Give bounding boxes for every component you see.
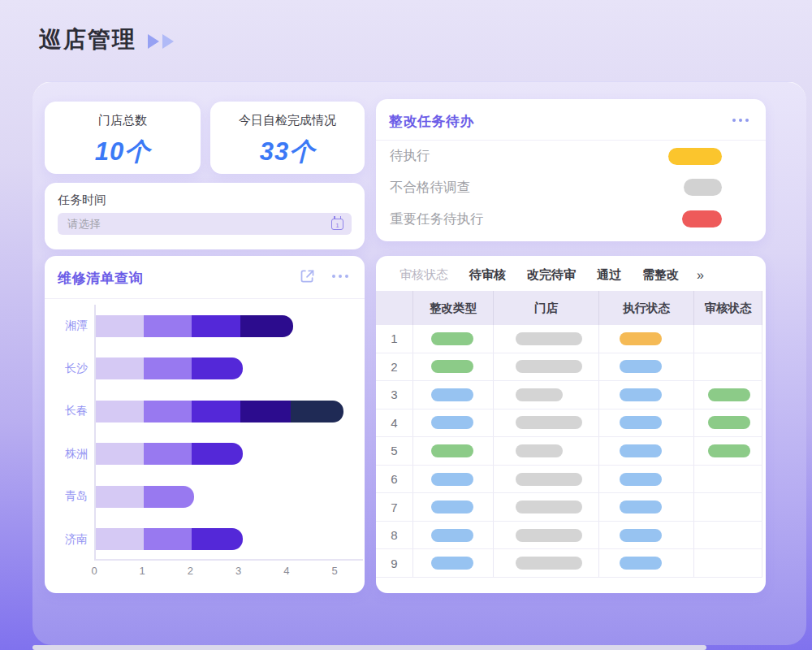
table-cell xyxy=(494,410,599,437)
todo-panel: 整改任务待办 待执行不合格待调查重要任务待执行 xyxy=(376,99,766,241)
todo-item-label: 重要任务待执行 xyxy=(390,210,484,228)
status-pill xyxy=(684,179,722,196)
table-row[interactable]: 7 xyxy=(376,493,762,522)
status-pill-green xyxy=(431,444,473,457)
status-pill-blue xyxy=(431,500,473,514)
bar-segment xyxy=(240,315,293,337)
more-options-icon[interactable] xyxy=(332,275,348,278)
chart-bar-row[interactable] xyxy=(96,475,363,518)
status-pill-gray xyxy=(516,332,582,345)
status-pill-gray xyxy=(516,529,582,542)
task-time-input[interactable] xyxy=(58,213,352,235)
chart-bar-row[interactable] xyxy=(96,348,363,391)
table-row[interactable]: 8 xyxy=(376,522,762,550)
table-cell xyxy=(494,353,599,381)
table-cell xyxy=(599,353,694,381)
table-header-row: 整改类型门店执行状态审核状态 xyxy=(376,291,762,325)
review-table: 整改类型门店执行状态审核状态 123456789 xyxy=(376,291,762,578)
table-cell xyxy=(494,437,599,465)
todo-item[interactable]: 重要任务待执行 xyxy=(376,210,766,228)
table-header-cell xyxy=(376,291,413,325)
bar-segment xyxy=(291,401,343,422)
table-row[interactable]: 1 xyxy=(376,325,762,353)
axis-tick-label: 2 xyxy=(188,565,193,577)
filter-tab[interactable]: 待审核 xyxy=(469,267,506,283)
filter-label: 审核状态 xyxy=(400,267,448,283)
table-header-cell: 整改类型 xyxy=(413,291,494,325)
filter-tab[interactable]: 通过 xyxy=(597,267,621,283)
status-pill-blue xyxy=(431,416,473,429)
chart-category-label: 青岛 xyxy=(58,475,88,518)
calendar-icon[interactable]: 1 xyxy=(331,219,343,230)
status-pill-blue xyxy=(431,529,473,542)
row-index: 2 xyxy=(376,353,413,381)
row-index: 4 xyxy=(376,410,413,437)
filter-tab[interactable]: 改完待审 xyxy=(527,267,576,283)
horizontal-scrollbar[interactable] xyxy=(32,645,706,650)
stacked-bar-chart xyxy=(94,305,363,561)
table-cell xyxy=(694,466,762,493)
row-index: 6 xyxy=(376,466,413,493)
bar-segment xyxy=(96,358,144,379)
table-cell xyxy=(413,381,494,409)
table-row[interactable]: 4 xyxy=(376,410,762,438)
status-pill-gray xyxy=(516,473,582,486)
table-row[interactable]: 2 xyxy=(376,353,762,382)
axis-tick-label: 1 xyxy=(140,565,145,577)
todo-item[interactable]: 待执行 xyxy=(376,147,766,165)
status-pill-green xyxy=(708,444,750,457)
task-time-card: 任务时间 1 xyxy=(45,183,365,249)
table-cell xyxy=(413,466,494,493)
bar-segment xyxy=(96,486,144,508)
table-row[interactable]: 6 xyxy=(376,466,762,494)
status-pill-green xyxy=(431,332,473,345)
chart-bar-row[interactable] xyxy=(96,518,363,561)
repair-panel-title: 维修清单查询 xyxy=(58,269,143,288)
bar-segment xyxy=(144,358,192,379)
row-index: 7 xyxy=(376,493,413,521)
table-cell xyxy=(694,381,762,409)
stat-value: 33个 xyxy=(210,135,365,169)
chart-category-label: 济南 xyxy=(58,518,88,561)
bar-segment xyxy=(144,401,192,422)
table-cell xyxy=(494,522,599,549)
stacked-bar xyxy=(96,486,194,508)
row-index: 5 xyxy=(376,437,413,465)
todo-list: 待执行不合格待调查重要任务待执行 xyxy=(376,141,766,235)
stat-value: 10个 xyxy=(45,135,201,169)
todo-item[interactable]: 不合格待调查 xyxy=(376,179,766,197)
status-pill-gray xyxy=(516,557,582,570)
bar-segment xyxy=(96,443,144,465)
table-row[interactable]: 9 xyxy=(376,549,762,578)
filter-items: 待审核改完待审通过需整改 xyxy=(469,267,679,283)
table-row[interactable]: 3 xyxy=(376,381,762,410)
table-cell xyxy=(413,522,494,549)
table-cell xyxy=(694,549,762,577)
more-options-icon[interactable] xyxy=(732,119,749,122)
chevron-more-icon[interactable]: » xyxy=(697,268,704,283)
chart-category-label: 株洲 xyxy=(58,433,88,476)
axis-tick-label: 3 xyxy=(235,565,241,577)
table-header-cell: 执行状态 xyxy=(599,291,694,325)
status-pill-blue xyxy=(620,557,662,570)
table-cell xyxy=(494,466,599,493)
table-cell xyxy=(494,381,599,409)
table-cell xyxy=(413,410,494,437)
table-row[interactable]: 5 xyxy=(376,437,762,466)
table-body: 123456789 xyxy=(376,325,762,578)
table-cell xyxy=(413,549,494,577)
filter-tab[interactable]: 需整改 xyxy=(642,267,679,283)
table-cell xyxy=(494,493,599,521)
share-export-icon[interactable] xyxy=(299,267,316,284)
row-index: 9 xyxy=(376,549,413,577)
chart-bar-row[interactable] xyxy=(96,390,363,433)
chart-bar-row[interactable] xyxy=(96,305,363,348)
axis-tick-label: 4 xyxy=(283,565,289,577)
bar-segment xyxy=(192,315,240,337)
stacked-bar xyxy=(96,358,243,379)
chart-bar-row[interactable] xyxy=(96,433,363,476)
stat-card-self-check: 今日自检完成情况 33个 xyxy=(210,102,365,174)
status-pill-blue xyxy=(431,388,473,401)
chart-category-label: 长沙 xyxy=(58,348,88,391)
filter-row: 审核状态 待审核改完待审通过需整改 » xyxy=(400,267,704,283)
